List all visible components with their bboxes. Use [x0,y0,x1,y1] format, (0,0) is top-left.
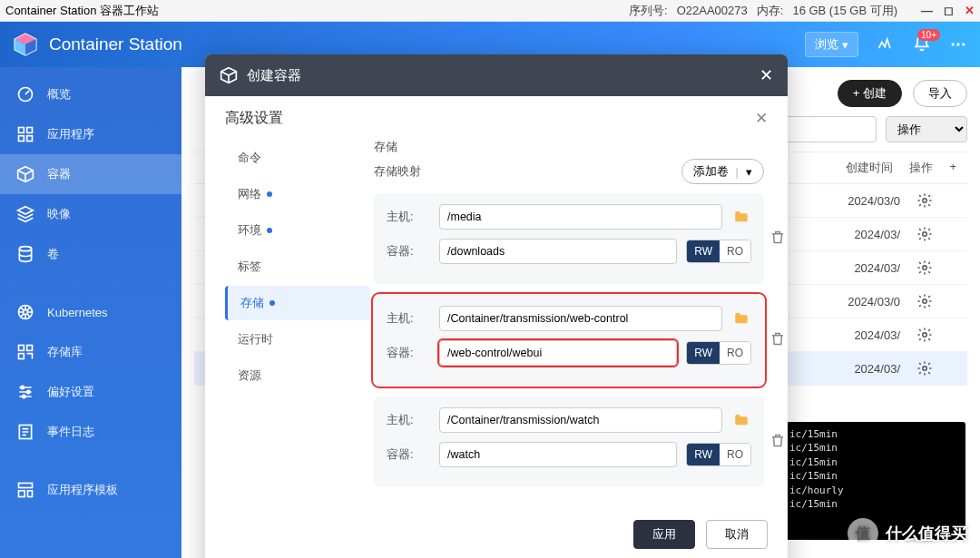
gear-icon[interactable] [916,226,933,242]
folder-icon[interactable] [731,310,751,327]
import-button[interactable]: 导入 [913,80,967,107]
sidebar-item-apps[interactable]: 应用程序 [0,114,181,154]
svg-point-22 [23,395,25,397]
svg-rect-19 [19,354,24,359]
svg-point-32 [923,367,927,371]
svg-point-27 [923,199,927,203]
close-button[interactable]: ✕ [965,4,975,17]
mem-value: 16 GB (15 GB 可用) [792,3,897,19]
template-icon [16,481,34,499]
notifications-button[interactable]: 10+ [913,34,931,55]
modal-section-title: 高级设置 [225,109,283,128]
tab-storage[interactable]: 存储 [225,286,370,320]
sidebar-item-logs[interactable]: 事件日志 [0,412,181,452]
svg-point-16 [24,310,28,315]
cube-icon [16,165,34,183]
sidebar-item-kubernetes[interactable]: Kubernetes [0,292,181,332]
sidebar-item-images[interactable]: 映像 [0,194,181,234]
host-path-input[interactable] [439,204,722,230]
tab-command[interactable]: 命令 [225,141,370,175]
sidebar-item-containers[interactable]: 容器 [0,154,181,194]
gear-icon[interactable] [916,192,933,209]
tab-resource[interactable]: 资源 [225,358,370,393]
add-column-button[interactable]: + [949,160,956,176]
svg-point-14 [19,247,31,251]
svg-rect-24 [19,484,33,488]
folder-icon[interactable] [731,209,751,225]
minimize-button[interactable]: — [921,4,933,17]
sidebar-item-repos[interactable]: 存储库 [0,332,181,372]
add-volume-button[interactable]: 添加卷 | ▾ [681,159,764,184]
container-path-input[interactable] [439,442,677,467]
svg-rect-17 [19,346,24,351]
modal-close-button[interactable]: ✕ [760,65,773,85]
serial-label: 序列号: [629,3,668,19]
cube-icon [220,66,238,84]
tab-runtime[interactable]: 运行时 [225,322,370,357]
database-icon [16,245,34,263]
trash-icon[interactable] [769,433,786,449]
sidebar: 概览 应用程序 容器 映像 卷 Kubernetes 存储库 偏好设置 事件日志… [0,67,181,558]
app-logo-icon [13,32,38,57]
svg-rect-8 [19,128,24,133]
create-button[interactable]: + 创建 [838,80,902,107]
volume-mapping: 主机:容器:RWRO [374,193,764,284]
volume-mapping: 主机:容器:RWRO [374,295,764,386]
more-icon[interactable] [949,35,967,54]
container-path-input[interactable] [439,239,677,264]
settings-tabs: 命令 网络 环境 标签 存储 运行时 资源 [225,132,370,505]
sidebar-item-overview[interactable]: 概览 [0,74,181,114]
svg-point-28 [923,232,927,237]
tab-tags[interactable]: 标签 [225,250,370,284]
log-icon [16,423,34,441]
rw-ro-toggle[interactable]: RWRO [686,443,751,466]
section-close-button[interactable]: ✕ [755,109,768,128]
divider: | [736,165,739,179]
svg-rect-26 [28,491,33,497]
folder-icon[interactable] [731,412,751,428]
sidebar-item-templates[interactable]: 应用程序模板 [0,470,181,510]
watermark: 值 什么值得买 [848,518,967,549]
host-path-input[interactable] [439,407,722,433]
cancel-inner-button[interactable]: 取消 [706,520,768,549]
apply-button[interactable]: 应用 [633,520,695,549]
rw-ro-toggle[interactable]: RWRO [686,240,751,263]
create-container-modal: 创建容器 ✕ 高级设置 ✕ 命令 网络 环境 标签 存储 运行时 资源 存储 存… [205,54,788,558]
dot-icon [270,300,275,306]
rw-ro-toggle[interactable]: RWRO [686,341,751,365]
gear-icon[interactable] [916,293,933,309]
sidebar-item-prefs[interactable]: 偏好设置 [0,372,181,412]
chevron-down-icon: ▾ [842,38,848,52]
tab-network[interactable]: 网络 [225,177,370,211]
grid-icon [16,125,34,143]
volume-mapping: 主机:容器:RWRO [374,396,764,487]
gear-icon[interactable] [916,327,933,343]
svg-point-5 [956,43,959,45]
watermark-icon: 值 [848,518,878,549]
trash-icon[interactable] [769,331,786,348]
svg-rect-25 [19,491,25,497]
host-path-input[interactable] [439,306,722,331]
action-select[interactable]: 操作 [886,116,967,142]
window-title: Container Station 容器工作站 [5,3,159,19]
storage-pane: 存储 存储映射 添加卷 | ▾ 主机:容器:RWRO主机:容器:RWRO主机:容… [370,132,768,505]
tab-env[interactable]: 环境 [225,213,370,248]
svg-point-29 [923,266,927,270]
sidebar-item-volumes[interactable]: 卷 [0,234,181,274]
chevron-down-icon: ▾ [746,165,752,179]
trash-icon[interactable] [769,230,786,246]
notification-badge: 10+ [917,29,940,41]
svg-marker-13 [18,207,34,214]
svg-rect-10 [19,136,24,142]
svg-rect-18 [27,346,33,351]
svg-rect-11 [27,136,33,142]
svg-point-31 [923,333,927,338]
browse-button[interactable]: 浏览 ▾ [805,32,858,57]
svg-point-21 [27,390,30,393]
activity-icon[interactable] [877,35,895,54]
gear-icon[interactable] [916,259,933,276]
layers-icon [16,205,34,223]
container-path-input[interactable] [439,340,677,366]
gear-icon[interactable] [916,360,933,377]
maximize-button[interactable]: ◻ [944,4,954,17]
